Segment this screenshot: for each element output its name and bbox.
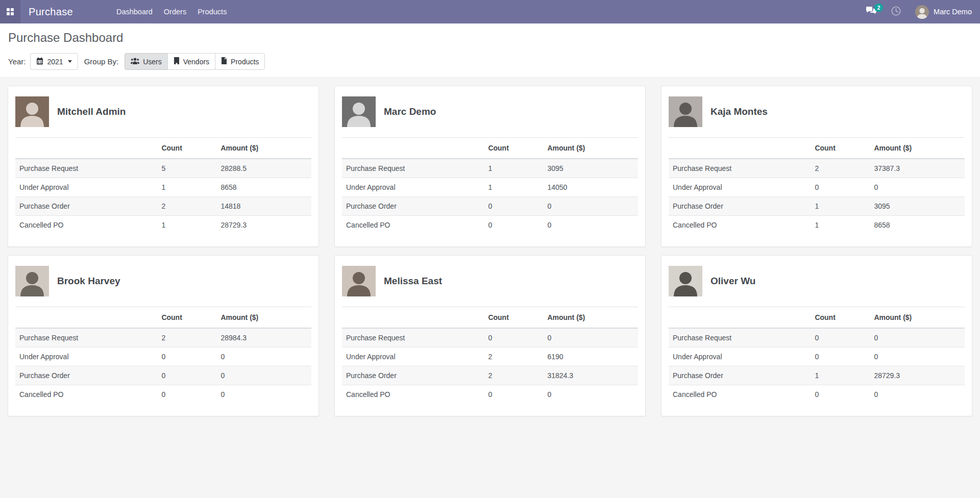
messages-button[interactable]: 2 (859, 0, 884, 23)
table-row: Purchase Request237387.3 (669, 159, 965, 178)
user-card: Kaja Montes Count Amount ($) Purchase Re… (661, 86, 972, 247)
table-row: Purchase Order13095 (669, 197, 965, 216)
user-photo (669, 96, 702, 127)
clock-icon (891, 6, 901, 18)
caret-down-icon (68, 60, 72, 63)
control-panel: Purchase Dashboard Year: 2021 Group By: (0, 23, 980, 78)
document-icon (221, 57, 227, 66)
table-row: Under Approval00 (669, 178, 965, 197)
menu-item-products[interactable]: Products (192, 0, 232, 23)
card-header: Brook Harvey (15, 266, 311, 296)
stats-table: Count Amount ($) Purchase Request13095 U… (342, 137, 638, 234)
year-dropdown[interactable]: 2021 (30, 53, 78, 70)
table-row: Under Approval26190 (342, 347, 638, 366)
app-brand[interactable]: Purchase (20, 6, 81, 18)
card-header: Mitchell Admin (15, 96, 311, 127)
table-row: Purchase Request13095 (342, 159, 638, 178)
table-row: Purchase Order128729.3 (669, 366, 965, 385)
user-card: Oliver Wu Count Amount ($) Purchase Requ… (661, 255, 972, 416)
user-avatar-small (915, 5, 929, 19)
year-value: 2021 (47, 58, 63, 66)
group-by-button-group: Users Vendors Products (125, 53, 265, 70)
group-by-label: Group By: (84, 57, 119, 66)
user-name: Marc Demo (934, 8, 972, 16)
table-row: Purchase Order00 (342, 197, 638, 216)
filter-bar: Year: 2021 Group By: (8, 53, 972, 70)
person-name: Kaja Montes (710, 106, 768, 117)
table-row: Cancelled PO00 (342, 216, 638, 235)
column-count: Count (157, 138, 216, 159)
table-row: Cancelled PO18658 (669, 216, 965, 235)
user-photo (15, 96, 49, 127)
group-by-products-button[interactable]: Products (215, 53, 265, 70)
user-photo (342, 266, 376, 296)
navbar-right: 2 Marc Demo (859, 0, 980, 23)
user-menu-button[interactable]: Marc Demo (908, 0, 974, 23)
top-navbar: Purchase Dashboard Orders Products 2 (0, 0, 980, 23)
users-icon (131, 58, 139, 66)
stats-table: Count Amount ($) Purchase Request528288.… (15, 137, 311, 234)
card-header: Oliver Wu (669, 266, 965, 296)
column-count: Count (811, 307, 870, 329)
person-name: Mitchell Admin (57, 106, 126, 117)
table-row: Cancelled PO00 (342, 385, 638, 404)
column-amount: Amount ($) (543, 138, 638, 159)
group-by-vendors-button[interactable]: Vendors (167, 53, 215, 70)
table-row: Purchase Request00 (342, 328, 638, 347)
year-label: Year: (8, 57, 26, 66)
stats-table: Count Amount ($) Purchase Request00 Unde… (669, 307, 965, 404)
person-name: Oliver Wu (710, 276, 755, 287)
user-photo (342, 96, 376, 127)
message-count-badge: 2 (874, 4, 883, 12)
main-menu: Dashboard Orders Products (111, 0, 233, 23)
person-name: Marc Demo (384, 106, 436, 117)
group-by-users-button[interactable]: Users (125, 53, 168, 70)
column-amount: Amount ($) (870, 138, 965, 159)
table-row: Cancelled PO00 (15, 385, 311, 404)
user-card: Brook Harvey Count Amount ($) Purchase R… (8, 255, 319, 416)
table-row: Cancelled PO128729.3 (15, 216, 311, 235)
group-by-users-label: Users (143, 58, 162, 66)
table-row: Purchase Request528288.5 (15, 159, 311, 178)
building-icon (174, 57, 180, 66)
menu-item-orders[interactable]: Orders (158, 0, 192, 23)
user-photo (669, 266, 702, 296)
table-row: Under Approval18658 (15, 178, 311, 197)
page-title: Purchase Dashboard (8, 31, 972, 45)
table-row: Purchase Order231824.3 (342, 366, 638, 385)
user-card: Melissa East Count Amount ($) Purchase R… (334, 255, 646, 416)
table-row: Under Approval114050 (342, 178, 638, 197)
column-count: Count (484, 138, 543, 159)
column-count: Count (811, 138, 870, 159)
person-name: Brook Harvey (57, 276, 120, 287)
user-card: Mitchell Admin Count Amount ($) Purchase… (8, 86, 319, 247)
group-by-vendors-label: Vendors (183, 58, 209, 66)
apps-menu-button[interactable] (0, 0, 20, 23)
column-count: Count (157, 307, 216, 329)
card-header: Marc Demo (342, 96, 638, 127)
activities-button[interactable] (884, 0, 908, 23)
stats-table: Count Amount ($) Purchase Request00 Unde… (342, 307, 638, 404)
stats-table: Count Amount ($) Purchase Request228984.… (15, 307, 311, 404)
column-amount: Amount ($) (543, 307, 638, 329)
group-by-products-label: Products (231, 58, 259, 66)
card-header: Kaja Montes (669, 96, 965, 127)
person-name: Melissa East (384, 276, 442, 287)
table-row: Under Approval00 (15, 347, 311, 366)
table-row: Purchase Order00 (15, 366, 311, 385)
user-card: Marc Demo Count Amount ($) Purchase Requ… (334, 86, 646, 247)
column-amount: Amount ($) (870, 307, 965, 329)
table-row: Purchase Request00 (669, 328, 965, 347)
table-row: Cancelled PO00 (669, 385, 965, 404)
table-row: Purchase Order214818 (15, 197, 311, 216)
column-amount: Amount ($) (216, 138, 311, 159)
dashboard-cards-grid: Mitchell Admin Count Amount ($) Purchase… (0, 78, 980, 425)
column-amount: Amount ($) (216, 307, 311, 329)
user-photo (15, 266, 49, 296)
calendar-icon (36, 57, 43, 66)
apps-grid-icon (7, 8, 14, 15)
stats-table: Count Amount ($) Purchase Request237387.… (669, 137, 965, 234)
column-count: Count (484, 307, 543, 329)
menu-item-dashboard[interactable]: Dashboard (111, 0, 158, 23)
table-row: Purchase Request228984.3 (15, 328, 311, 347)
